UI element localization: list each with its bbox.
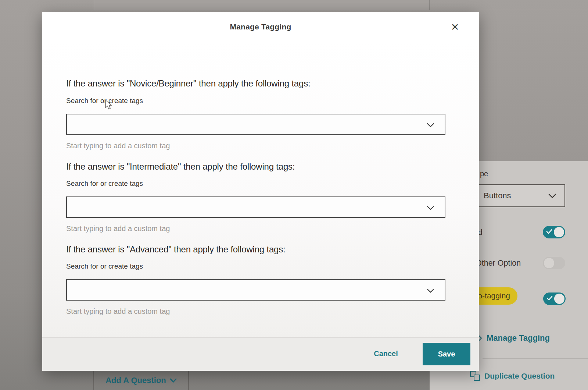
section-heading-intermediate: If the answer is "Intermediate" then app… xyxy=(66,162,295,172)
modal-title: Manage Tagging xyxy=(42,12,479,41)
section-heading-novice: If the answer is "Novice/Beginner" then … xyxy=(66,78,310,89)
other-option-label: Other Option xyxy=(476,259,521,268)
add-question-button[interactable]: Add A Question xyxy=(93,371,189,390)
right-panel-left-border xyxy=(430,0,430,10)
question-type-value: Buttons xyxy=(484,191,511,201)
section-label-advanced: Search for or create tags xyxy=(66,262,143,270)
check-icon xyxy=(546,295,553,301)
close-icon[interactable]: ✕ xyxy=(448,21,462,34)
question-card-edge xyxy=(94,0,430,10)
manage-tagging-link[interactable]: Manage Tagging xyxy=(476,333,550,344)
right-panel-top-border xyxy=(430,10,588,10)
tag-hint-novice: Start typing to add a custom tag xyxy=(66,142,170,150)
question-type-select[interactable]: Buttons xyxy=(470,184,565,207)
chevron-down-icon xyxy=(427,206,434,210)
manage-tagging-label: Manage Tagging xyxy=(487,333,550,343)
auto-tagging-badge-label: o-tagging xyxy=(478,291,510,300)
duplicate-question-label: Duplicate Question xyxy=(484,372,555,380)
modal-body: If the answer is "Novice/Beginner" then … xyxy=(42,42,479,337)
manage-tagging-modal: Manage Tagging ✕ If the answer is "Novic… xyxy=(42,12,479,371)
chevron-down-icon xyxy=(548,194,556,198)
tag-hint-intermediate: Start typing to add a custom tag xyxy=(66,224,170,233)
other-option-toggle[interactable] xyxy=(543,257,565,269)
cancel-button[interactable]: Cancel xyxy=(366,350,406,358)
chevron-down-icon xyxy=(170,378,177,383)
panel-divider xyxy=(483,358,588,359)
modal-footer: Cancel Save xyxy=(42,337,479,371)
toggle-knob xyxy=(554,227,564,237)
section-heading-advanced: If the answer is "Advanced" then apply t… xyxy=(66,244,285,255)
required-toggle[interactable] xyxy=(543,226,565,238)
auto-tagging-toggle[interactable] xyxy=(543,292,566,305)
duplicate-question-button[interactable]: Duplicate Question xyxy=(470,371,555,381)
chevron-down-icon xyxy=(427,123,434,127)
tag-select-intermediate[interactable] xyxy=(66,196,445,218)
page: pe Buttons d Other Option xyxy=(0,0,588,390)
duplicate-icon xyxy=(470,371,480,381)
tag-hint-advanced: Start typing to add a custom tag xyxy=(66,307,170,316)
chevron-down-icon xyxy=(427,288,434,293)
tag-select-novice[interactable] xyxy=(66,114,445,135)
add-question-label: Add A Question xyxy=(105,376,166,385)
toggle-knob xyxy=(554,294,564,304)
check-icon xyxy=(546,229,552,234)
tag-select-advanced[interactable] xyxy=(66,279,445,301)
section-label-novice: Search for or create tags xyxy=(66,97,143,105)
modal-header: Manage Tagging ✕ xyxy=(42,12,479,41)
save-button[interactable]: Save xyxy=(423,343,470,365)
section-label-intermediate: Search for or create tags xyxy=(66,180,143,188)
toggle-knob xyxy=(544,258,554,268)
type-label: pe xyxy=(480,170,488,178)
